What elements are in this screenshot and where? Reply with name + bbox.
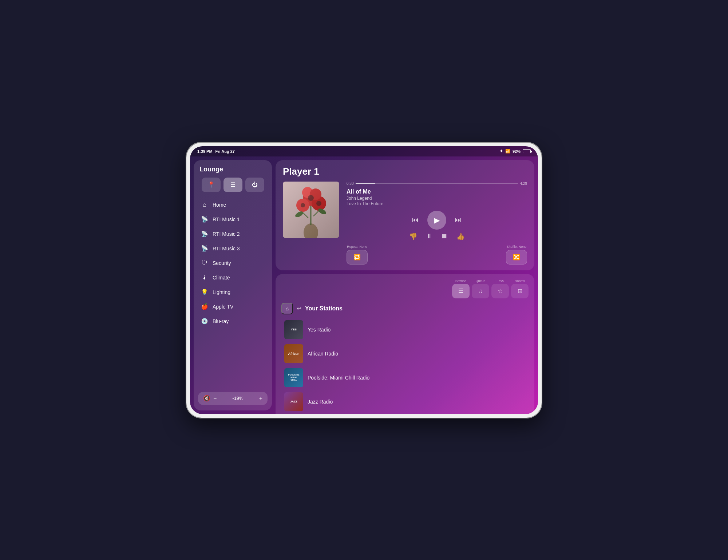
tab-browse[interactable]: Browse ☰ [452, 279, 470, 298]
repeat-label: Repeat: None [347, 245, 367, 249]
sidebar-title: Lounge [198, 166, 268, 173]
thumbs-down-button[interactable]: 👎 [409, 233, 417, 241]
volume-down-button[interactable]: − [213, 396, 217, 401]
african-radio-thumb: African [284, 344, 303, 363]
browse-tab-button[interactable]: ☰ [452, 284, 470, 298]
status-bar: 1:39 PM Fri Aug 27 ✈ 📶 92% [190, 146, 538, 156]
airplane-icon: ✈ [500, 149, 503, 154]
browse-home-button[interactable]: ⌂ [281, 303, 293, 314]
volume-bar: 🔇 − -19% + [198, 392, 268, 405]
poolside-radio-thumb: POOLSIDEMIAMICHILL [284, 368, 303, 387]
rooms-tab-label: Rooms [515, 279, 525, 283]
time-display: 1:39 PM [197, 149, 213, 154]
sidebar: Lounge 📍 ☰ ⏻ ⌂ Home 📡 RTI Music 1 [194, 160, 272, 410]
sidebar-item-climate[interactable]: 🌡 Climate [198, 271, 268, 285]
repeat-shuffle-area: Repeat: None 🔁 Shuffle: None 🔀 [347, 245, 527, 265]
rooms-tab-button[interactable]: ⊞ [511, 284, 529, 298]
lighting-label: Lighting [213, 289, 230, 295]
browse-tabs: Browse ☰ Queue ♫ Favs ☆ Rooms [281, 279, 529, 298]
sidebar-item-blu-ray[interactable]: 💿 Blu-ray [198, 314, 268, 328]
wifi-icon: 📶 [505, 149, 510, 154]
climate-icon: 🌡 [201, 274, 208, 281]
rti-music-1-label: RTI Music 1 [213, 217, 240, 222]
favs-tab-button[interactable]: ☆ [491, 284, 509, 298]
climate-label: Climate [213, 275, 230, 281]
african-radio-name: African Radio [308, 351, 338, 357]
stop-button[interactable]: ⏹ [441, 233, 448, 240]
apple-tv-label: Apple TV [213, 304, 233, 310]
yes-radio-thumb: YES [284, 320, 303, 339]
tab-queue[interactable]: Queue ♫ [472, 279, 489, 298]
poolside-radio-name: Poolside: Miami Chill Radio [308, 375, 369, 381]
back-button[interactable]: ↩ [297, 305, 301, 312]
next-button[interactable]: ⏭ [454, 215, 463, 225]
pause-button[interactable]: ⏸ [426, 233, 432, 240]
shuffle-label: Shuffle: None [507, 245, 526, 249]
progress-fill [356, 183, 375, 184]
radio-icon-1: 📡 [201, 216, 208, 223]
battery-percent: 92% [513, 149, 521, 154]
volume-up-button[interactable]: + [259, 396, 262, 401]
blu-ray-icon: 💿 [201, 318, 208, 325]
menu-button[interactable]: ☰ [223, 178, 242, 192]
track-artist: John Legend [347, 196, 527, 201]
sidebar-item-apple-tv[interactable]: 🍎 Apple TV [198, 300, 268, 314]
right-panel: Player 1 [276, 160, 534, 410]
rti-music-3-label: RTI Music 3 [213, 246, 240, 251]
date-display: Fri Aug 27 [215, 149, 235, 154]
blu-ray-label: Blu-ray [213, 318, 229, 324]
browse-panel: Browse ☰ Queue ♫ Favs ☆ Rooms [276, 274, 534, 414]
power-button[interactable]: ⏻ [245, 178, 264, 192]
jazz-radio-name: Jazz Radio [308, 399, 333, 405]
security-label: Security [213, 260, 231, 266]
album-art [283, 182, 339, 238]
station-item-african-radio[interactable]: African African Radio [281, 342, 529, 365]
volume-value: -19% [219, 396, 256, 401]
thumbs-up-button[interactable]: 👍 [456, 233, 464, 241]
sidebar-controls: 📍 ☰ ⏻ [198, 178, 268, 192]
sidebar-item-rti-music-2[interactable]: 📡 RTI Music 2 [198, 227, 268, 241]
play-pause-button[interactable]: ▶ [427, 211, 446, 230]
stations-list: YES Yes Radio African African Radio [281, 318, 529, 414]
station-item-poolside-radio[interactable]: POOLSIDEMIAMICHILL Poolside: Miami Chill… [281, 366, 529, 389]
tab-rooms[interactable]: Rooms ⊞ [511, 279, 529, 298]
home-label: Home [213, 202, 226, 208]
track-album: Love In The Future [347, 201, 527, 206]
mute-button[interactable]: 🔇 [203, 396, 210, 401]
sidebar-item-home[interactable]: ⌂ Home [198, 198, 268, 212]
sidebar-item-rti-music-3[interactable]: 📡 RTI Music 3 [198, 242, 268, 255]
station-item-yes-radio[interactable]: YES Yes Radio [281, 318, 529, 341]
progress-current: 0:30 [347, 182, 353, 186]
queue-tab-button[interactable]: ♫ [472, 284, 489, 298]
player-section: Player 1 [276, 160, 534, 270]
track-title: All of Me [347, 188, 527, 195]
queue-tab-label: Queue [475, 279, 485, 283]
favs-tab-label: Favs [496, 279, 504, 283]
browse-header: ⌂ ↩ Your Stations [281, 303, 529, 314]
sidebar-item-lighting[interactable]: 💡 Lighting [198, 285, 268, 299]
yes-radio-name: Yes Radio [308, 327, 331, 333]
sidebar-item-security[interactable]: 🛡 Security [198, 256, 268, 270]
repeat-button[interactable]: 🔁 [347, 250, 368, 265]
player-title: Player 1 [283, 166, 527, 177]
station-item-jazz-radio[interactable]: JAZZ Jazz Radio [281, 390, 529, 413]
apple-tv-icon: 🍎 [201, 303, 208, 310]
security-icon: 🛡 [201, 259, 208, 267]
rti-music-2-label: RTI Music 2 [213, 231, 240, 237]
progress-total: 4:29 [520, 182, 527, 186]
radio-icon-3: 📡 [201, 245, 208, 252]
location-button[interactable]: 📍 [202, 178, 221, 192]
track-info: All of Me John Legend Love In The Future [347, 188, 527, 206]
playback-controls: ⏮ ▶ ⏭ [347, 211, 527, 230]
previous-button[interactable]: ⏮ [411, 215, 420, 225]
jazz-radio-thumb: JAZZ [284, 392, 303, 411]
shuffle-button[interactable]: 🔀 [506, 250, 527, 265]
svg-rect-15 [283, 182, 339, 238]
sidebar-item-rti-music-1[interactable]: 📡 RTI Music 1 [198, 213, 268, 226]
tab-favs[interactable]: Favs ☆ [491, 279, 509, 298]
home-icon: ⌂ [201, 201, 208, 208]
playback-action-buttons: 👎 ⏸ ⏹ 👍 [347, 233, 527, 241]
lighting-icon: 💡 [201, 289, 208, 296]
progress-track[interactable] [356, 183, 518, 184]
progress-bar-container: 0:30 4:29 [347, 182, 527, 186]
